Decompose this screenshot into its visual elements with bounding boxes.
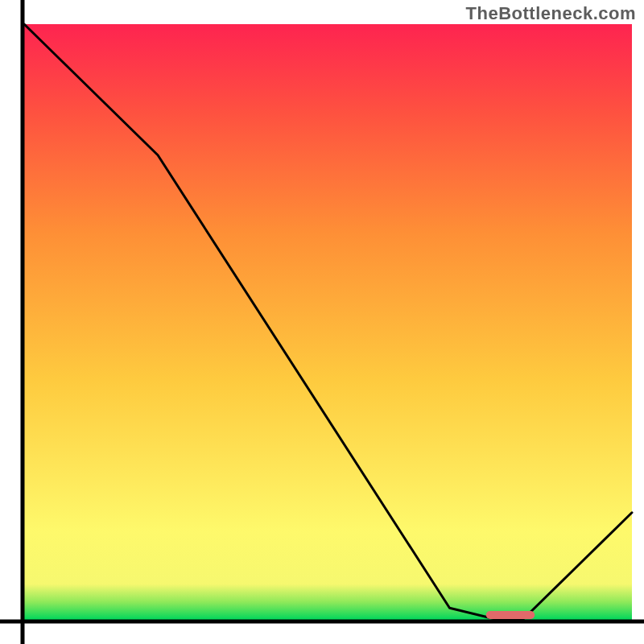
watermark-text: TheBottleneck.com [466,3,636,24]
chart-frame: TheBottleneck.com [0,0,644,644]
bottleneck-chart [0,0,644,644]
flat-marker [486,611,535,619]
